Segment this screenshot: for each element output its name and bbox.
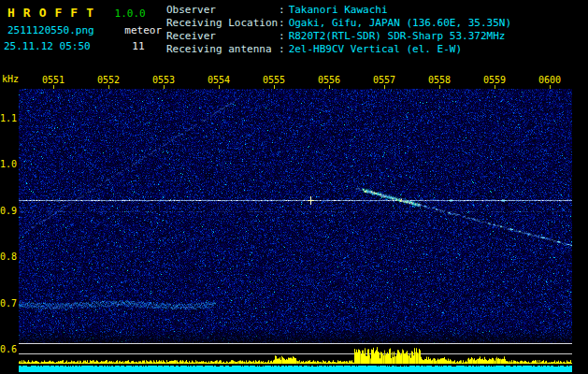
x-axis-tick [108, 85, 109, 89]
x-tick-label: 0558 [428, 75, 451, 85]
y-axis-unit: kHz [2, 74, 19, 84]
y-tick-label: 1.1 [0, 113, 16, 123]
x-axis-tick [219, 85, 220, 89]
x-tick-label: 0556 [318, 75, 340, 85]
x-axis-tick [274, 85, 275, 89]
x-axis-tick [384, 85, 385, 89]
x-tick-label: 0600 [538, 75, 561, 85]
x-tick-label: 0554 [208, 75, 230, 85]
header-info: Observer:Takanori Kawachi Receiving Loca… [166, 4, 511, 56]
info-row-observer: Observer:Takanori Kawachi [166, 4, 511, 17]
title-row: HROFFT 1.0.0 [7, 3, 162, 21]
info-colon: : [279, 4, 285, 16]
mode-label: meteor [124, 24, 162, 36]
spectrogram-canvas [19, 89, 572, 344]
x-tick-label: 0553 [152, 75, 175, 85]
info-label: Receiver [166, 30, 279, 43]
y-tick-label: 0.6 [0, 344, 16, 354]
echo-count: 11 [132, 40, 144, 52]
info-row-receiver: Receiver:R820T2(RTL-SDR) SDR-Sharp 53.37… [166, 30, 511, 43]
info-label: Receiving antenna [166, 43, 279, 56]
info-value: R820T2(RTL-SDR) SDR-Sharp 53.372MHz [289, 30, 506, 42]
signal-strip-canvas [19, 344, 572, 372]
x-tick-label: 0559 [483, 75, 506, 85]
info-row-antenna: Receiving antenna:2el-HB9CV Vertical (el… [166, 43, 511, 56]
x-axis-tick [550, 85, 551, 89]
x-tick-label: 0557 [373, 75, 395, 85]
y-tick-label: 1.0 [0, 159, 16, 169]
y-tick-label: 0.7 [0, 298, 16, 309]
x-tick-label: 0555 [263, 75, 285, 85]
x-axis-tick [495, 85, 495, 89]
info-label: Observer [166, 4, 279, 17]
info-colon: : [279, 43, 285, 55]
info-row-location: Receiving Location:Ogaki, Gifu, JAPAN (1… [166, 17, 511, 30]
info-value: Ogaki, Gifu, JAPAN (136.60E, 35.35N) [289, 17, 511, 29]
x-tick-label: 0551 [42, 75, 65, 85]
info-value: Takanori Kawachi [289, 4, 388, 16]
x-axis-tick [439, 85, 440, 89]
app-version: 1.0.0 [115, 7, 146, 20]
info-colon: : [279, 17, 285, 29]
header-left: HROFFT 1.0.0 2511120550.png meteor 25.11… [7, 3, 162, 52]
info-label: Receiving Location [166, 17, 279, 30]
y-tick-label: 0.9 [0, 206, 16, 216]
file-row: 2511120550.png meteor [7, 24, 162, 36]
x-axis-tick [164, 85, 165, 89]
observation-datetime: 25.11.12 05:50 [4, 40, 91, 52]
x-axis-tick [53, 85, 54, 89]
x-axis-tick [329, 85, 330, 89]
header: HROFFT 1.0.0 2511120550.png meteor 25.11… [0, 0, 588, 67]
x-tick-label: 0552 [97, 75, 120, 85]
output-filename: 2511120550.png [7, 24, 94, 36]
hrofft-screen: HROFFT 1.0.0 2511120550.png meteor 25.11… [0, 0, 588, 374]
y-tick-label: 0.8 [0, 252, 16, 262]
info-value: 2el-HB9CV Vertical (el. E-W) [289, 43, 462, 55]
info-colon: : [279, 30, 285, 42]
date-row: 25.11.12 05:50 11 [4, 40, 162, 52]
app-title: HROFFT [7, 6, 102, 20]
